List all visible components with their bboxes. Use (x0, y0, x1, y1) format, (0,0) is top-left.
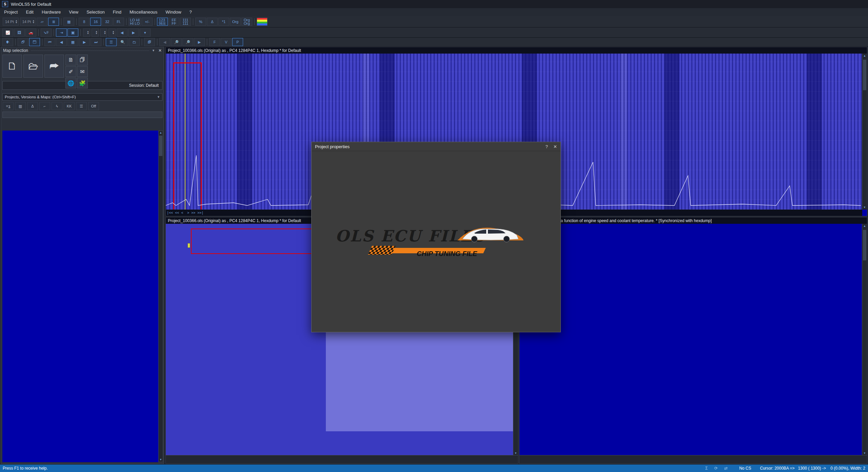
overview-window-titlebar[interactable]: Project_100366.ols (Original) as , PC4 1… (166, 47, 867, 54)
original-compare-button[interactable]: Org Org (241, 18, 252, 26)
app-title: WinOLS5 for Default (11, 2, 51, 7)
more-button[interactable]: ▾ (140, 28, 151, 37)
open-project-button[interactable]: 🗁 (23, 55, 43, 78)
next-button[interactable]: ▶ (128, 28, 139, 37)
kk-button[interactable]: KK (64, 102, 75, 110)
menu-window[interactable]: Window (161, 9, 185, 15)
search-prev-button[interactable]: ◀ (159, 38, 170, 46)
nav-last-icon[interactable]: > >> >>| (187, 211, 203, 215)
menu-selection[interactable]: Selection (82, 9, 108, 15)
skew-view-button[interactable]: ▱ (37, 18, 47, 26)
p-view-button[interactable]: P (232, 38, 243, 46)
tree-button[interactable]: ⌐ (39, 102, 50, 110)
map-list-button[interactable]: ☰ (106, 38, 117, 46)
clipboard-window-button[interactable]: 🗊 (144, 38, 155, 46)
map-wizard-button[interactable]: ✐ (65, 66, 76, 77)
nav-first-icon[interactable]: |<< << < (167, 211, 183, 215)
help-icon[interactable]: ? (546, 144, 548, 149)
next-map-button[interactable]: ▶ (79, 38, 90, 46)
preview-window-button[interactable]: 🔍 (117, 38, 128, 46)
menu-[interactable]: ? (185, 9, 196, 15)
folder-window-button[interactable]: 🗀 (129, 38, 140, 46)
edit-chart-button[interactable]: 📈 (2, 28, 13, 37)
search-next-button[interactable]: ▶ (194, 38, 205, 46)
frame-button[interactable]: ▣ (67, 28, 78, 37)
plot-window-titlebar[interactable]: main injection fuel as a function of eng… (519, 217, 867, 224)
menu-find[interactable]: Find (109, 9, 125, 15)
windows-cascade-button[interactable]: 🗗 (18, 38, 28, 46)
menu-hardware[interactable]: Hardware (38, 9, 65, 15)
edit-vehicle-button[interactable]: 🚗 (25, 28, 36, 37)
plot-vscrollbar[interactable]: ▲▼ (862, 224, 867, 455)
menu-edit[interactable]: Edit (22, 9, 37, 15)
font-size-spinner-2[interactable]: 14 Pt▲▼ (20, 18, 36, 26)
duplicate-button[interactable]: 🗍 (77, 55, 88, 65)
map-grid-button[interactable]: ▦ (67, 38, 78, 46)
first-map-button[interactable]: ⏮ (44, 38, 55, 46)
plugin-button[interactable]: 🧩 (77, 78, 88, 88)
menu-view[interactable]: View (65, 9, 82, 15)
surface-plot-view[interactable] (519, 224, 862, 455)
columns-button[interactable]: ▥ (15, 102, 26, 110)
new-version-button[interactable]: 🗎 (65, 55, 76, 65)
watermark-subtext: CHIP TUNING FILE (417, 250, 477, 258)
signed-button[interactable]: +/- (142, 18, 153, 26)
view-float-button[interactable]: Fl. (113, 18, 124, 26)
offset-scale (838, 60, 857, 203)
diff-button[interactable]: Δ (27, 102, 38, 110)
menu-bar: ProjectEditHardwareViewSelectionFindMisc… (0, 8, 868, 16)
panel-collapse-icon[interactable]: ▼ (152, 49, 155, 52)
projects-filter-combo[interactable]: Projects, Versions & Maps: (Ctrl+Shift+F… (2, 93, 162, 101)
import-f-button[interactable]: ➘F (41, 28, 52, 37)
maplist-scrollbar[interactable]: ▲▼ (158, 131, 163, 462)
maplist-column-header[interactable] (2, 112, 162, 118)
new-project-button[interactable]: 🗋 (2, 55, 22, 78)
delta-button[interactable]: Δ (207, 18, 218, 26)
prev-map-button[interactable]: ◀ (56, 38, 67, 46)
winols-screen: 5 WinOLS5 for Default ProjectEditHardwar… (0, 0, 868, 472)
spinner-a[interactable]: ▲▼ (83, 28, 90, 37)
original-button[interactable]: Org (230, 18, 241, 26)
v-view-button[interactable]: V (221, 38, 232, 46)
flag-button[interactable]: ϟ (52, 102, 62, 110)
decimal-view-button[interactable]: 123 9EE (157, 18, 168, 26)
menu-project[interactable]: Project (0, 9, 22, 15)
equalizer-button[interactable]: ≣ (48, 18, 59, 26)
spinner-b[interactable]: ▲▼ (92, 28, 99, 37)
overview-vscrollbar[interactable]: ▲▼ (862, 54, 867, 210)
view-16bit-button[interactable]: 16 (90, 18, 101, 26)
status-icons: Σ ⟳ ⇄ (705, 466, 730, 471)
close-icon[interactable]: ✕ (553, 144, 557, 149)
binary-view-button[interactable]: 111 111 (180, 18, 191, 26)
panel-close-icon[interactable]: ✕ (158, 48, 162, 53)
percent-button[interactable]: % (195, 18, 206, 26)
search-button[interactable]: 🔎 (182, 38, 193, 46)
sort-button[interactable]: =ʓ (3, 102, 14, 110)
ruler-button[interactable]: ⇥ (56, 28, 67, 37)
mail-button[interactable]: ✉ (77, 66, 88, 77)
byte-grid-button[interactable]: ▦ (63, 18, 74, 26)
search-dim-button[interactable]: 🔎 (171, 38, 182, 46)
menu-miscellaneous[interactable]: Miscellaneous (125, 9, 161, 15)
compact-button[interactable]: ☰ (76, 102, 87, 110)
audio-button[interactable]: 🗣 (2, 38, 13, 46)
spinner-c[interactable]: ▲▼ (100, 28, 107, 37)
prev-button[interactable]: ◀ (117, 28, 127, 37)
f-view-button[interactable]: F (209, 38, 220, 46)
hex-view-button[interactable]: FF FF (169, 18, 179, 26)
rainbow-colors-button[interactable]: ▤ (257, 18, 268, 26)
view-8bit-button[interactable]: 8 (79, 18, 90, 26)
last-map-button[interactable]: ⏭ (91, 38, 101, 46)
off-button[interactable]: Off (88, 102, 99, 110)
online-maps-button[interactable]: 🌐 (65, 78, 76, 88)
view-32bit-button[interactable]: 32 (102, 18, 113, 26)
factor-button[interactable]: *1 (218, 18, 229, 26)
spinner-d[interactable]: ▲▼ (108, 28, 116, 37)
byte-order-button[interactable]: LO HI HI LO (129, 18, 141, 26)
import-file-button[interactable]: ⮫ (44, 55, 64, 78)
windows-side-button[interactable]: 🗔 (29, 38, 40, 46)
font-size-spinner-1[interactable]: 14 Pt▲▼ (3, 18, 19, 26)
cursor-status: Cursor: 2000BA => 1300 ( 1300) -> 0 (0.0… (760, 466, 866, 471)
dialog-titlebar[interactable]: Project properties ? ✕ (312, 142, 560, 151)
edit-bitmap-button[interactable]: 🖼 (14, 28, 25, 37)
